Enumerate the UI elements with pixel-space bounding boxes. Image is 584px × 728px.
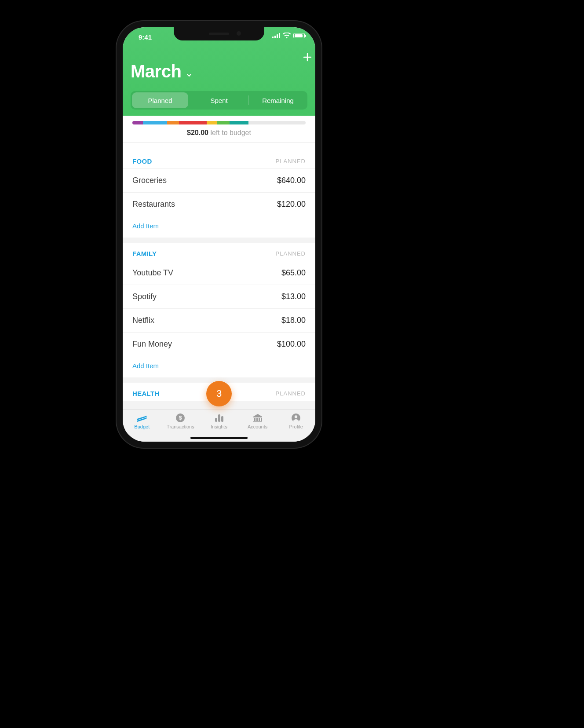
svg-rect-3 (218, 414, 220, 422)
tab-insights[interactable]: Insights (200, 413, 238, 429)
tab-budget[interactable]: Budget (123, 413, 161, 429)
column-label: PLANNED (276, 390, 306, 397)
segment-remaining[interactable]: Remaining (248, 91, 307, 110)
column-label: PLANNED (276, 250, 306, 257)
budget-line-item[interactable]: Netflix$18.00 (123, 308, 315, 332)
app-header: 9:41 March (123, 27, 315, 116)
svg-rect-2 (215, 418, 217, 422)
wifi-icon (283, 33, 291, 39)
bank-icon (253, 413, 263, 423)
battery-icon (293, 33, 305, 38)
add-item-button[interactable]: Add Item (123, 216, 315, 238)
category-food: FOODPLANNEDGroceries$640.00Restaurants$1… (123, 150, 315, 238)
budget-icon (136, 413, 148, 423)
category-family: FAMILYPLANNEDYoutube TV$65.00Spotify$13.… (123, 243, 315, 377)
line-amount: $18.00 (281, 316, 306, 325)
svg-point-6 (295, 415, 297, 418)
segment-spent[interactable]: Spent (190, 91, 248, 110)
view-segmented-control: Planned Spent Remaining (131, 91, 307, 110)
budget-line-item[interactable]: Spotify$13.00 (123, 285, 315, 308)
budget-list[interactable]: FOODPLANNEDGroceries$640.00Restaurants$1… (123, 150, 315, 409)
line-label: Groceries (132, 176, 167, 185)
svg-text:$: $ (179, 414, 182, 421)
line-amount: $100.00 (277, 340, 306, 349)
tab-transactions[interactable]: $ Transactions (161, 413, 200, 429)
budget-line-item[interactable]: Restaurants$120.00 (123, 192, 315, 216)
line-amount: $120.00 (277, 200, 306, 209)
screen: 9:41 March (123, 27, 315, 442)
budget-line-item[interactable]: Fun Money$100.00 (123, 332, 315, 356)
phone-frame: 9:41 March (117, 21, 321, 448)
line-label: Netflix (132, 316, 154, 325)
status-time: 9:41 (139, 33, 152, 41)
add-item-button[interactable]: Add Item (123, 356, 315, 377)
left-to-budget-text: $20.00 left to budget (132, 129, 306, 137)
left-to-budget-card: $20.00 left to budget (123, 116, 315, 143)
column-label: PLANNED (276, 158, 306, 165)
cellular-icon (272, 33, 280, 38)
add-button[interactable] (300, 50, 314, 64)
tab-profile[interactable]: Profile (277, 413, 315, 429)
svg-rect-4 (221, 416, 223, 422)
category-name[interactable]: FOOD (132, 157, 152, 165)
home-indicator[interactable] (190, 437, 248, 439)
budget-line-item[interactable]: Youtube TV$65.00 (123, 261, 315, 285)
segment-planned[interactable]: Planned (132, 92, 188, 108)
pending-transactions-fab[interactable]: 3 (206, 381, 232, 406)
budget-meter (132, 121, 306, 124)
line-amount: $640.00 (277, 176, 306, 185)
chevron-down-icon (186, 72, 193, 79)
device-notch (174, 27, 264, 40)
fab-count: 3 (216, 388, 222, 399)
category-name[interactable]: FAMILY (132, 250, 157, 257)
line-label: Fun Money (132, 340, 172, 349)
plus-icon (303, 52, 312, 62)
line-label: Youtube TV (132, 268, 173, 278)
line-label: Restaurants (132, 200, 175, 209)
line-amount: $65.00 (281, 268, 306, 278)
line-label: Spotify (132, 292, 157, 301)
bar-chart-icon (214, 413, 224, 423)
profile-icon (291, 413, 301, 423)
budget-line-item[interactable]: Groceries$640.00 (123, 168, 315, 192)
month-selector[interactable]: March (131, 62, 181, 81)
dollar-circle-icon: $ (175, 413, 185, 423)
category-name[interactable]: HEALTH (132, 390, 160, 397)
tab-accounts[interactable]: Accounts (238, 413, 277, 429)
line-amount: $13.00 (281, 292, 306, 301)
